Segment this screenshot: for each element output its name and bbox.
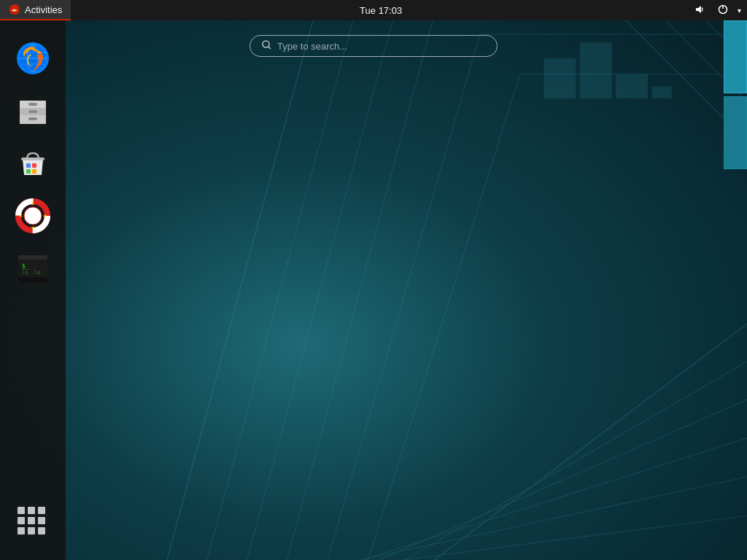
dock-item-appgrid[interactable] xyxy=(9,499,56,545)
svg-rect-32 xyxy=(21,158,44,160)
topbar-center: Tue 17:03 xyxy=(71,5,691,16)
svg-rect-27 xyxy=(28,117,37,120)
appgrid-dot xyxy=(38,517,45,524)
filemanager-icon xyxy=(14,92,52,130)
svg-rect-26 xyxy=(28,110,37,113)
svg-rect-43 xyxy=(18,258,47,260)
activities-button[interactable]: Activities xyxy=(0,0,71,20)
svg-marker-8 xyxy=(200,74,747,560)
svg-rect-28 xyxy=(26,163,31,168)
svg-rect-30 xyxy=(26,169,31,174)
topbar-right: ▾ xyxy=(691,2,747,19)
activities-label: Activities xyxy=(25,4,62,15)
redhat-logo-icon xyxy=(9,4,20,15)
topbar: Activities Tue 17:03 ▾ xyxy=(0,0,747,20)
terminal-icon: $_ ls -la xyxy=(14,249,52,287)
power-icon[interactable] xyxy=(714,2,732,19)
search-icon xyxy=(262,40,271,52)
appgrid-dot xyxy=(18,527,25,534)
svg-point-13 xyxy=(263,41,269,47)
svg-marker-6 xyxy=(280,20,747,560)
help-icon xyxy=(14,197,52,235)
appgrid-dot xyxy=(18,517,25,524)
svg-rect-11 xyxy=(616,74,648,98)
clock: Tue 17:03 xyxy=(360,5,402,16)
dock-item-firefox[interactable] xyxy=(9,35,56,82)
svg-text:ls -la: ls -la xyxy=(22,270,40,276)
search-input[interactable] xyxy=(277,41,485,52)
workspace-1[interactable] xyxy=(724,20,747,93)
svg-rect-10 xyxy=(580,42,612,98)
search-bar xyxy=(249,35,498,57)
svg-rect-12 xyxy=(652,86,672,98)
svg-rect-9 xyxy=(544,58,576,98)
firefox-icon xyxy=(14,39,52,77)
svg-rect-25 xyxy=(28,103,37,106)
svg-marker-4 xyxy=(200,20,747,560)
workspace-switcher xyxy=(724,20,747,169)
workspace-2[interactable] xyxy=(724,96,747,169)
svg-rect-46 xyxy=(18,277,47,283)
svg-text:$_: $_ xyxy=(22,263,29,270)
search-container xyxy=(249,35,498,57)
volume-icon[interactable] xyxy=(691,2,708,19)
svg-line-14 xyxy=(268,47,271,49)
appgrid-dot xyxy=(28,517,35,524)
software-center-icon xyxy=(14,144,52,182)
appgrid-icon xyxy=(18,507,48,537)
svg-rect-31 xyxy=(32,169,36,174)
dock: $_ ls -la xyxy=(0,20,66,560)
svg-marker-5 xyxy=(240,20,747,560)
dock-item-terminal[interactable]: $_ ls -la xyxy=(9,245,56,292)
desktop xyxy=(0,20,747,560)
dock-item-software[interactable] xyxy=(9,140,56,187)
dock-item-help[interactable] xyxy=(9,192,56,239)
appgrid-dot xyxy=(18,507,25,514)
dock-item-files[interactable] xyxy=(9,88,56,134)
appgrid-dot xyxy=(38,507,45,514)
appgrid-dot xyxy=(28,527,35,534)
appgrid-dot xyxy=(38,527,45,534)
desktop-decoration xyxy=(0,20,747,560)
svg-marker-7 xyxy=(240,34,747,560)
appgrid-dot xyxy=(28,507,35,514)
system-dropdown-icon[interactable]: ▾ xyxy=(738,7,741,15)
svg-rect-29 xyxy=(32,163,36,168)
svg-marker-3 xyxy=(160,20,747,560)
